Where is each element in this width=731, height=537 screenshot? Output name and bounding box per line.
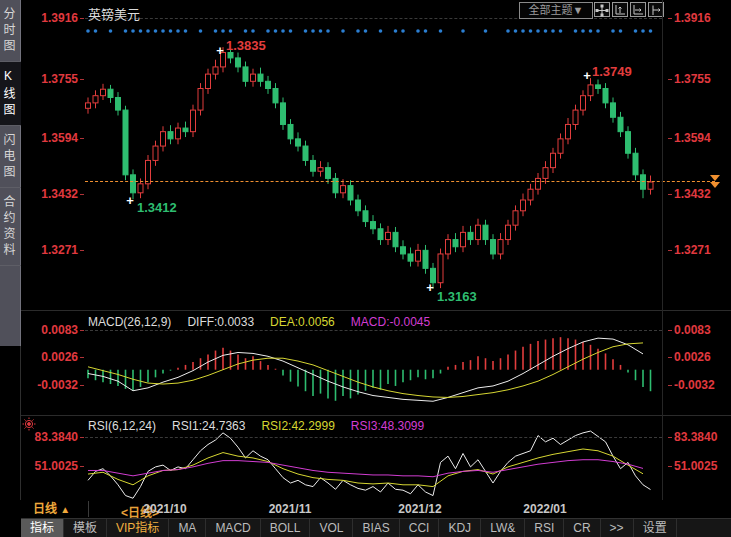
extreme-marker-icon: + [582, 70, 592, 82]
toolbar-item-settings[interactable]: 设置 [634, 519, 677, 537]
macd-tick-label: 0.0083 [668, 323, 728, 337]
toolbar-item-template[interactable]: 模板 [64, 519, 107, 537]
left-sidebar: 分时图 K线图 闪电图 合约资料 [0, 0, 21, 346]
price-tick-label: 1.3594 [26, 131, 84, 145]
macd-dea-value: DEA:0.0056 [270, 315, 335, 329]
toolbar-item-vip-indicator[interactable]: VIP指标 [107, 519, 169, 537]
rsi-tick-label: 83.3840 [26, 430, 84, 444]
price-annotation: 1.3412 [137, 200, 177, 215]
macd-diff-value: DIFF:0.0033 [187, 315, 254, 329]
sidebar-item-time-chart[interactable]: 分时图 [0, 0, 21, 62]
rsi-tick-label: 83.3840 [668, 430, 728, 444]
instrument-title: 英镑美元<日线> [88, 4, 140, 23]
indicator-toolbar: 指标 模板 VIP指标 MA MACD BOLL VOL BIAS CCI KD… [21, 518, 731, 537]
toolbar-item-indicator[interactable]: 指标 [21, 519, 64, 537]
chart-canvas[interactable] [85, 0, 665, 518]
macd-tick-label: 0.0026 [26, 350, 84, 364]
gridline-macd [85, 330, 662, 331]
panel-divider [21, 310, 731, 311]
app-window: 分时图 K线图 闪电图 合约资料 英镑美元<日线> 全部主题▼ 1.3916 1… [0, 0, 731, 537]
rsi-header: RSI(6,12,24) RSI1:24.7363 RSI2:42.2999 R… [88, 419, 424, 433]
x-axis-label: 2021/11 [250, 501, 330, 517]
x-axis-label: 2021/12 [380, 501, 460, 517]
toolbar-item-vol[interactable]: VOL [310, 519, 353, 537]
macd-tick-label: 0.0083 [26, 323, 84, 337]
toolbar-item-cci[interactable]: CCI [400, 519, 440, 537]
price-tick-label: 1.3916 [668, 11, 728, 25]
rsi-tick-label: 51.0025 [26, 459, 84, 473]
instrument-name: 英镑美元 [88, 7, 140, 22]
toolbar-item-ma[interactable]: MA [169, 519, 206, 537]
macd-tick-label: 0.0026 [668, 350, 728, 364]
toolbar-item-boll[interactable]: BOLL [261, 519, 311, 537]
price-tick-label: 1.3432 [668, 187, 728, 201]
price-tick-label: 1.3432 [26, 187, 84, 201]
rsi2-value: RSI2:42.2999 [261, 419, 334, 433]
gridline-rsi [85, 437, 662, 438]
last-price-line [85, 181, 715, 182]
axis-divider [662, 0, 663, 500]
price-annotation: 1.3749 [592, 64, 632, 79]
toolbar-item-cr[interactable]: CR [564, 519, 600, 537]
price-annotation: 1.3835 [226, 38, 266, 53]
toolbar-item-more[interactable]: >> [601, 519, 634, 537]
zoom-x-axis-button[interactable] [630, 2, 646, 17]
toolbar-item-kdj[interactable]: KDJ [439, 519, 481, 537]
x-axis-label: 2021/10 [125, 501, 205, 517]
extreme-marker-icon: + [125, 195, 135, 207]
sidebar-border [20, 346, 21, 500]
alert-icon[interactable] [22, 417, 36, 431]
sidebar-item-kline-chart[interactable]: K线图 [0, 62, 21, 126]
last-price-marker-icon [710, 175, 720, 181]
toolbar-item-rsi[interactable]: RSI [525, 519, 564, 537]
price-tick-label: 1.3271 [26, 243, 84, 257]
price-tick-label: 1.3271 [668, 243, 728, 257]
crosshair-pan-button[interactable] [594, 2, 610, 17]
toolbar-item-lw[interactable]: LW& [481, 519, 525, 537]
extreme-marker-icon: + [425, 282, 435, 294]
sidebar-item-lightning-chart[interactable]: 闪电图 [0, 126, 21, 188]
macd-tick-label: -0.0032 [668, 378, 728, 392]
rsi-title: RSI(6,12,24) [88, 419, 156, 433]
extreme-marker-icon: + [215, 45, 225, 57]
price-annotation: 1.3163 [437, 289, 477, 304]
period-selector[interactable]: 日线 ▲ [33, 501, 70, 517]
macd-macd-value: MACD:-0.0045 [351, 315, 430, 329]
price-tick-label: 1.3916 [26, 11, 84, 25]
macd-tick-label: -0.0032 [26, 378, 84, 392]
price-tick-label: 1.3755 [668, 72, 728, 86]
zoom-y-axis-button[interactable] [612, 2, 628, 17]
triangle-up-icon: ▲ [60, 504, 70, 515]
period-label: 日线 [33, 502, 57, 516]
rsi3-value: RSI3:48.3099 [351, 419, 424, 433]
panel-divider [21, 415, 731, 416]
toolbar-item-bias[interactable]: BIAS [353, 519, 399, 537]
theme-dropdown[interactable]: 全部主题▼ [519, 2, 593, 19]
toolbar-item-macd[interactable]: MACD [206, 519, 260, 537]
macd-title: MACD(26,12,9) [88, 315, 171, 329]
macd-header: MACD(26,12,9) DIFF:0.0033 DEA:0.0056 MAC… [88, 315, 430, 329]
price-tick-label: 1.3755 [26, 72, 84, 86]
rsi1-value: RSI1:24.7363 [172, 419, 245, 433]
price-tick-label: 1.3594 [668, 131, 728, 145]
rsi-tick-label: 51.0025 [668, 459, 728, 473]
date-row-divider [88, 501, 89, 517]
x-axis-label: 2022/01 [505, 501, 585, 517]
sidebar-item-contract-info[interactable]: 合约资料 [0, 188, 21, 266]
